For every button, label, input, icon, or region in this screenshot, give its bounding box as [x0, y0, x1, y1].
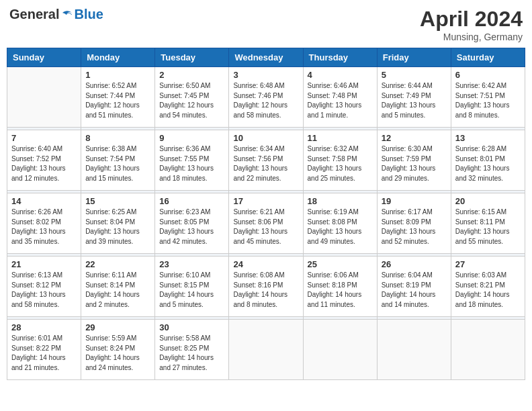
day-number: 27: [455, 259, 521, 269]
cell-line: Daylight: 14 hours: [11, 353, 77, 363]
cell-line: Sunset: 7:46 PM: [233, 91, 298, 101]
location-subtitle: Munsing, Germany: [420, 32, 523, 42]
cell-content: Sunrise: 6:13 AMSunset: 8:12 PMDaylight:…: [11, 271, 77, 310]
day-number: 9: [159, 133, 224, 143]
cell-content: Sunrise: 6:11 AMSunset: 8:14 PMDaylight:…: [85, 271, 150, 310]
calendar-cell: 13Sunrise: 6:28 AMSunset: 8:01 PMDayligh…: [451, 130, 525, 191]
cell-line: Sunset: 8:11 PM: [455, 218, 521, 228]
header: General Blue April 2024 Munsing, Germany: [7, 7, 525, 42]
day-number: 2: [159, 70, 224, 80]
day-header-thursday: Thursday: [303, 48, 377, 67]
cell-line: Daylight: 14 hours: [85, 353, 150, 363]
cell-line: Daylight: 14 hours: [455, 290, 521, 300]
cell-content: Sunrise: 6:48 AMSunset: 7:46 PMDaylight:…: [233, 81, 298, 120]
cell-line: Daylight: 13 hours: [159, 164, 224, 174]
cell-content: Sunrise: 6:21 AMSunset: 8:06 PMDaylight:…: [233, 208, 298, 246]
calendar-cell: 3Sunrise: 6:48 AMSunset: 7:46 PMDaylight…: [229, 67, 303, 128]
cell-line: Daylight: 12 hours: [233, 101, 298, 111]
cell-line: Sunrise: 6:36 AM: [159, 144, 224, 154]
cell-line: and 42 minutes.: [159, 237, 224, 247]
cell-line: Sunrise: 5:58 AM: [159, 334, 224, 344]
cell-line: and 11 minutes.: [308, 300, 373, 310]
cell-line: Sunset: 7:58 PM: [308, 154, 373, 165]
cell-line: and 21 minutes.: [11, 363, 77, 373]
day-header-monday: Monday: [81, 48, 155, 67]
cell-line: Sunrise: 6:40 AM: [11, 144, 77, 154]
week-row-4: 21Sunrise: 6:13 AMSunset: 8:12 PMDayligh…: [7, 257, 525, 317]
cell-line: and 18 minutes.: [455, 300, 521, 310]
day-number: 3: [233, 70, 298, 80]
cell-line: Daylight: 13 hours: [382, 164, 447, 174]
day-number: 8: [85, 133, 150, 143]
cell-line: Sunrise: 6:44 AM: [382, 81, 447, 91]
cell-line: Sunset: 8:12 PM: [11, 281, 77, 291]
day-number: 16: [159, 196, 224, 206]
cell-line: and 1 minute.: [308, 111, 373, 121]
calendar-cell: 12Sunrise: 6:30 AMSunset: 7:59 PMDayligh…: [377, 130, 451, 191]
cell-content: Sunrise: 6:04 AMSunset: 8:19 PMDaylight:…: [382, 271, 447, 310]
calendar-header-row: SundayMondayTuesdayWednesdayThursdayFrid…: [7, 48, 525, 67]
calendar-cell: 8Sunrise: 6:38 AMSunset: 7:54 PMDaylight…: [81, 130, 155, 191]
cell-line: Sunrise: 6:17 AM: [382, 208, 447, 218]
calendar-cell: [229, 320, 303, 380]
cell-content: Sunrise: 6:32 AMSunset: 7:58 PMDaylight:…: [308, 144, 373, 183]
day-number: 11: [308, 133, 373, 143]
cell-line: Daylight: 13 hours: [455, 101, 521, 111]
day-number: 30: [159, 322, 224, 332]
cell-line: Daylight: 14 hours: [85, 290, 150, 300]
cell-line: and 58 minutes.: [233, 111, 298, 121]
cell-line: Sunrise: 6:04 AM: [382, 271, 447, 281]
calendar-cell: 26Sunrise: 6:04 AMSunset: 8:19 PMDayligh…: [377, 257, 451, 317]
cell-content: Sunrise: 6:42 AMSunset: 7:51 PMDaylight:…: [455, 81, 521, 120]
cell-line: Sunrise: 6:38 AM: [85, 144, 150, 154]
cell-line: and 54 minutes.: [159, 111, 224, 121]
cell-line: Sunrise: 5:59 AM: [85, 334, 150, 344]
day-number: 20: [455, 196, 521, 206]
logo-blue-text: Blue: [74, 7, 103, 22]
day-number: 6: [455, 70, 521, 80]
cell-line: Daylight: 12 hours: [85, 101, 150, 111]
cell-line: Sunrise: 6:13 AM: [11, 271, 77, 281]
calendar-cell: 1Sunrise: 6:52 AMSunset: 7:44 PMDaylight…: [81, 67, 155, 128]
day-number: 14: [11, 196, 77, 206]
cell-line: Daylight: 13 hours: [11, 227, 77, 237]
cell-line: Daylight: 13 hours: [85, 227, 150, 237]
cell-line: Sunrise: 6:23 AM: [159, 208, 224, 218]
cell-line: and 52 minutes.: [382, 237, 447, 247]
cell-line: Sunset: 8:06 PM: [233, 218, 298, 228]
cell-line: Sunset: 8:14 PM: [85, 281, 150, 291]
cell-line: Daylight: 13 hours: [233, 164, 298, 174]
cell-line: Daylight: 13 hours: [455, 227, 521, 237]
cell-content: Sunrise: 6:08 AMSunset: 8:16 PMDaylight:…: [233, 271, 298, 310]
cell-line: Sunrise: 6:25 AM: [85, 208, 150, 218]
cell-line: and 22 minutes.: [233, 174, 298, 184]
calendar-cell: 23Sunrise: 6:10 AMSunset: 8:15 PMDayligh…: [155, 257, 229, 317]
cell-line: Sunset: 8:18 PM: [308, 281, 373, 291]
cell-line: Sunset: 7:51 PM: [455, 91, 521, 101]
day-header-friday: Friday: [377, 48, 451, 67]
cell-line: Daylight: 14 hours: [308, 290, 373, 300]
cell-content: Sunrise: 6:01 AMSunset: 8:22 PMDaylight:…: [11, 334, 77, 373]
calendar-cell: [377, 320, 451, 380]
calendar-cell: 5Sunrise: 6:44 AMSunset: 7:49 PMDaylight…: [377, 67, 451, 128]
cell-line: Sunrise: 6:30 AM: [382, 144, 447, 154]
day-header-tuesday: Tuesday: [155, 48, 229, 67]
cell-line: Daylight: 13 hours: [382, 227, 447, 237]
cell-content: Sunrise: 6:52 AMSunset: 7:44 PMDaylight:…: [85, 81, 150, 120]
cell-line: Sunset: 7:56 PM: [233, 154, 298, 165]
week-row-1: 1Sunrise: 6:52 AMSunset: 7:44 PMDaylight…: [7, 67, 525, 128]
cell-line: Daylight: 14 hours: [159, 290, 224, 300]
cell-line: Sunrise: 6:48 AM: [233, 81, 298, 91]
day-number: 21: [11, 259, 77, 269]
cell-line: and 8 minutes.: [455, 111, 521, 121]
cell-content: Sunrise: 5:59 AMSunset: 8:24 PMDaylight:…: [85, 334, 150, 373]
cell-line: and 32 minutes.: [455, 174, 521, 184]
day-number: 17: [233, 196, 298, 206]
cell-line: and 29 minutes.: [382, 174, 447, 184]
cell-line: and 18 minutes.: [159, 174, 224, 184]
cell-content: Sunrise: 6:44 AMSunset: 7:49 PMDaylight:…: [382, 81, 447, 120]
cell-line: Sunrise: 6:01 AM: [11, 334, 77, 344]
cell-content: Sunrise: 6:10 AMSunset: 8:15 PMDaylight:…: [159, 271, 224, 310]
day-number: 22: [85, 259, 150, 269]
day-number: 19: [382, 196, 447, 206]
